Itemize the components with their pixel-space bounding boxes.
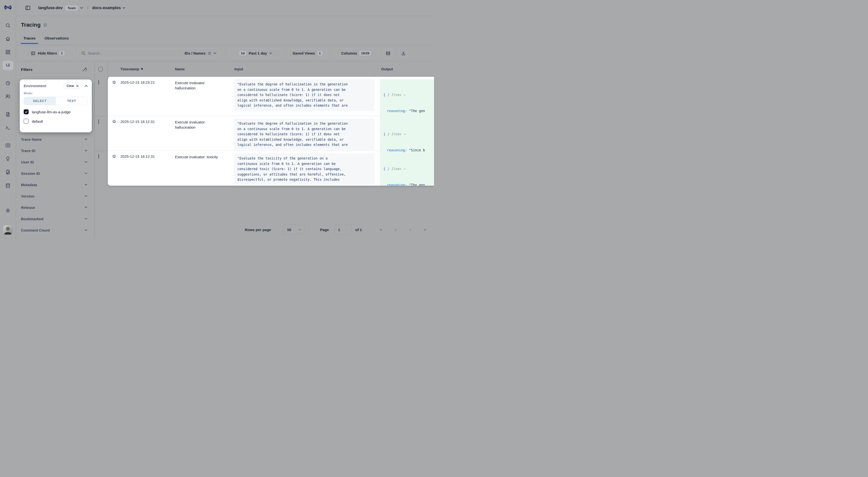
trace-input-preview[interactable]: "Evaluate the degree of hallucination in…: [234, 119, 375, 150]
trace-timestamp: 2025-12-15 18:12:31: [120, 119, 155, 124]
search-icon[interactable]: [5, 23, 11, 28]
trace-timestamp: 2025-12-15 18:12:31: [120, 154, 155, 158]
bookmark-star-icon[interactable]: [112, 80, 117, 85]
home-icon[interactable]: [5, 36, 11, 42]
scores-percent-icon[interactable]: [5, 143, 11, 148]
column-header-output[interactable]: Output: [381, 67, 393, 71]
select-all-checkbox[interactable]: [98, 67, 103, 71]
playground-terminal-icon[interactable]: [5, 125, 11, 130]
saved-views-count-badge: 1: [317, 51, 323, 56]
annotation-clipboard-icon[interactable]: [5, 169, 11, 175]
environment-option-label: default: [32, 119, 43, 123]
table-row[interactable]: 2025-12-15 18:12:31 Execute evaluator: t…: [108, 151, 434, 186]
search-scope-select[interactable]: IDs / Names: [185, 51, 216, 55]
prev-page-button[interactable]: ‹: [391, 225, 400, 235]
first-page-button[interactable]: «: [376, 225, 386, 235]
time-range-button[interactable]: 1d Past 1 day: [229, 49, 282, 58]
column-header-timestamp[interactable]: Timestamp: [120, 67, 143, 71]
trace-input-preview[interactable]: "Evaluate the degree of hallucination in…: [234, 79, 375, 111]
saved-views-button[interactable]: Saved Views 1: [288, 49, 327, 58]
tab-observations[interactable]: Observations: [42, 35, 71, 45]
expand-chevron-icon[interactable]: [403, 168, 406, 170]
active-tab-underline: [21, 43, 38, 44]
org-name[interactable]: langfuse-dev: [38, 6, 63, 10]
mode-label: Mode:: [24, 92, 88, 95]
trace-name: Execute evaluator: hallucination: [175, 119, 226, 130]
filter-item-trace-name[interactable]: Trace Name: [16, 133, 94, 145]
download-button[interactable]: [399, 49, 408, 58]
bookmark-star-icon[interactable]: [112, 154, 117, 159]
environment-option-row[interactable]: langfuse-llm-as-a-judge: [24, 108, 88, 116]
hide-filters-button[interactable]: Hide filters 1: [21, 49, 74, 58]
filter-item-version[interactable]: Version: [16, 190, 94, 202]
project-chevron-down-icon[interactable]: [122, 7, 126, 9]
search-bar[interactable]: IDs / Names: [78, 49, 220, 58]
bookmark-star-icon[interactable]: [112, 119, 117, 124]
checkbox-checked-icon[interactable]: [24, 109, 29, 114]
expand-chevron-icon[interactable]: [403, 133, 406, 135]
clear-filter-button[interactable]: Clear: [64, 83, 82, 89]
project-name[interactable]: docs-examples: [92, 6, 121, 10]
checkbox-unchecked-icon[interactable]: [24, 119, 29, 124]
table-toolbar: Hide filters 1 IDs / Names 1d Past 1 day…: [16, 45, 434, 61]
search-input[interactable]: [88, 51, 185, 55]
filter-item-session-id[interactable]: Session ID: [16, 168, 94, 179]
table-row[interactable]: 2025-12-15 18:23:21 Execute evaluator: h…: [108, 77, 434, 116]
rows-per-page-select[interactable]: 50: [282, 225, 305, 235]
sessions-clock-icon[interactable]: [5, 81, 11, 86]
sidebar-item-tracing-active[interactable]: [2, 61, 13, 70]
settings-gear-icon[interactable]: [5, 208, 11, 214]
page-label: Page: [320, 228, 329, 232]
dashboards-icon[interactable]: [5, 49, 11, 55]
column-header-input[interactable]: Input: [235, 67, 243, 71]
filter-item-metadata[interactable]: Metadata: [16, 179, 94, 190]
org-type-badge: Team: [65, 5, 78, 11]
mode-select-option[interactable]: SELECT: [24, 97, 56, 105]
trace-timestamp: 2025-12-15 18:23:21: [120, 80, 155, 84]
datasets-database-icon[interactable]: [5, 183, 11, 189]
page-number-input[interactable]: [335, 228, 351, 232]
environment-filter-popover: Environment Clear Mode: SELECT TEXT lang…: [20, 80, 92, 132]
wand-icon[interactable]: [82, 67, 87, 72]
users-icon[interactable]: [5, 93, 11, 99]
row-select-column: [95, 77, 108, 186]
row-checkbox[interactable]: [98, 119, 99, 124]
sidebar-toggle-icon[interactable]: [25, 5, 31, 11]
next-page-button[interactable]: ›: [405, 225, 415, 235]
row-checkbox[interactable]: [98, 154, 99, 159]
prompts-file-icon[interactable]: [5, 112, 11, 117]
tab-traces[interactable]: Traces: [21, 35, 38, 45]
user-avatar[interactable]: [3, 225, 12, 235]
last-page-button[interactable]: »: [420, 225, 430, 235]
pagination-bar: Rows per page 50 Page of 1 « ‹ › »: [95, 222, 434, 237]
mode-text-option[interactable]: TEXT: [56, 97, 88, 105]
langfuse-logo[interactable]: [4, 4, 12, 10]
page-of-label: of 1: [355, 228, 362, 232]
evaluators-lightbulb-icon[interactable]: [5, 156, 11, 162]
filter-item-comment-count[interactable]: Comment Count: [16, 225, 94, 236]
org-chevron-down-icon[interactable]: [80, 7, 83, 9]
trace-input-preview[interactable]: "Evaluate the toxicity of the generation…: [234, 153, 375, 185]
tab-bar: Traces Observations: [21, 35, 71, 45]
filter-item-trace-id[interactable]: Trace ID: [16, 145, 94, 156]
info-icon[interactable]: [43, 23, 48, 27]
expand-chevron-icon[interactable]: [403, 94, 406, 96]
filter-item-user-id[interactable]: User ID: [16, 156, 94, 168]
columns-button[interactable]: Columns 16/28: [334, 49, 379, 58]
sort-desc-icon: [141, 68, 143, 70]
collapse-chevron-up-icon[interactable]: [85, 85, 88, 87]
filter-item-bookmarked[interactable]: Bookmarked: [16, 213, 94, 225]
filters-heading: Filters: [21, 67, 33, 72]
table-row[interactable]: 2025-12-15 18:12:31 Execute evaluator: h…: [108, 116, 434, 151]
trace-name: Execute evaluator: hallucination: [175, 80, 226, 91]
topbar: langfuse-dev Team / docs-examples: [16, 0, 434, 16]
filter-item-release[interactable]: Release: [16, 202, 94, 213]
row-checkbox[interactable]: [98, 80, 99, 85]
filters-count-badge: 1: [59, 51, 65, 56]
environment-option-row[interactable]: default: [24, 118, 88, 125]
column-header-name[interactable]: Name: [175, 67, 185, 71]
page-number-box: [334, 225, 352, 235]
left-nav-rail: [0, 0, 16, 239]
row-height-button[interactable]: [383, 49, 393, 58]
trace-output-preview[interactable]: { 2 Items reasoning: "The gen dismissive…: [380, 153, 434, 186]
